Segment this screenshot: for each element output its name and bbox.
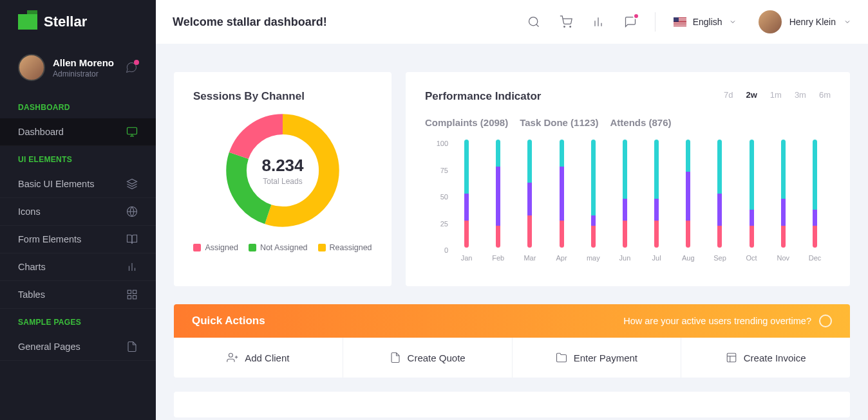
y-axis: 1007550250 [425,140,448,254]
nav-item-general[interactable]: General Pages [0,333,156,361]
page-title: Welcome stallar dashboard! [173,15,527,29]
bar-column: Apr [546,140,578,268]
monitor-icon [126,126,138,138]
perf-tab-attends[interactable]: Attends (876) [610,117,671,128]
bar-column: Jul [641,140,672,268]
y-tick: 0 [425,246,448,254]
perf-tab-task-done[interactable]: Task Done (1123) [520,117,598,128]
svg-point-23 [229,353,233,357]
range-tab-2w[interactable]: 2w [746,90,757,100]
bar-label: Aug [682,254,695,262]
create-quote-button[interactable]: Create Quote [343,338,513,378]
quick-actions-title: Quick Actions [192,315,265,327]
nav-label: General Pages [18,342,80,352]
notification-badge [633,13,639,19]
nav-label: Icons [18,206,41,217]
nav-item-tables[interactable]: Tables [0,281,156,309]
chart-icon[interactable] [592,15,605,28]
bar-column: Jun [609,140,641,268]
qa-label: Add Client [245,352,289,363]
quick-actions-card: Quick Actions How are your active users … [174,304,850,378]
bar-column: Feb [482,140,514,268]
user-name: Henry Klein [789,17,836,27]
bar-label: Feb [492,254,504,262]
bar-label: Mar [524,254,536,262]
enter-payment-button[interactable]: Enter Payment [513,338,682,378]
file-icon [126,341,138,352]
logo[interactable]: Stellar [0,0,156,44]
donut-value: 8.234 [261,156,303,176]
svg-point-13 [529,17,537,26]
y-tick: 50 [425,193,448,201]
profile-name: Allen Moreno [53,57,125,68]
flag-icon [674,17,686,26]
svg-point-15 [563,26,565,28]
profile-role: Administrator [53,69,125,78]
qa-label: Create Invoice [744,352,806,363]
chevron-down-icon [844,18,851,26]
cart-icon[interactable] [560,15,572,28]
bar-label: Dec [809,254,822,262]
sidebar: Stellar Allen Moreno Administrator DASHB… [0,0,156,420]
bar-label: Nov [777,254,790,262]
nav-item-basic-ui[interactable]: Basic UI Elements [0,170,156,198]
bar-column: Jan [451,140,482,268]
range-tab-6m[interactable]: 6m [819,90,831,100]
nav-heading-sample: SAMPLE PAGES [0,309,156,333]
bar-column: Aug [672,140,704,268]
profile-block: Allen Moreno Administrator [0,44,156,94]
svg-marker-3 [127,179,137,185]
bar-column: may [578,140,609,268]
bars-container: JanFebMarAprmayJunJulAugSepOctNovDec [451,140,831,268]
brand-name: Stellar [44,14,87,30]
chevron-down-icon [729,18,737,26]
nav-label: Basic UI Elements [18,179,94,189]
perf-tab-complaints[interactable]: Complaints (2098) [425,117,508,128]
y-tick: 100 [425,140,448,147]
range-tab-7d[interactable]: 7d [724,90,733,100]
language-label: English [693,17,722,27]
sessions-card: Sessions By Channel 8.234 Total Leads As… [174,72,392,286]
range-tab-1m[interactable]: 1m [770,90,782,100]
topbar: Welcome stallar dashboard! English Henry… [156,0,868,44]
bar-column: Dec [799,140,831,268]
user-menu[interactable]: Henry Klein [759,10,851,33]
message-icon[interactable] [624,15,637,28]
nav-item-dashboard[interactable]: Dashboard [0,118,156,146]
bar-label: Jul [652,254,661,262]
bar-chart: 1007550250 JanFebMarAprmayJunJulAugSepOc… [425,140,831,268]
create-invoice-button[interactable]: Create Invoice [681,338,850,378]
book-icon [126,233,138,245]
svg-line-14 [536,24,539,27]
divider [655,12,656,32]
user-avatar [759,10,782,33]
qa-label: Enter Payment [574,352,637,363]
nav-item-charts[interactable]: Charts [0,253,156,281]
sessions-title: Sessions By Channel [193,90,372,103]
layers-icon [126,178,138,190]
svg-rect-12 [133,296,137,299]
legend-label: Not Assigned [260,243,308,252]
bar-chart-icon [126,261,138,273]
bar-label: Apr [556,254,567,262]
add-client-button[interactable]: Add Client [174,338,343,378]
legend-label: Assigned [205,243,238,252]
quick-actions-header: Quick Actions How are your active users … [174,304,850,338]
bar-label: may [587,254,600,262]
search-icon[interactable] [527,15,540,28]
grid-icon [126,289,138,300]
bar-label: Jan [461,254,473,262]
language-selector[interactable]: English [674,17,737,27]
nav-item-icons[interactable]: Icons [0,198,156,226]
range-tab-3m[interactable]: 3m [795,90,806,100]
content: Sessions By Channel 8.234 Total Leads As… [156,44,868,420]
svg-rect-26 [727,353,736,362]
range-tabs: 7d2w1m3m6m [724,90,831,100]
chat-icon[interactable] [125,61,138,74]
y-tick: 75 [425,167,448,174]
nav-label: Tables [18,289,45,300]
nav-item-form[interactable]: Form Elements [0,226,156,253]
performance-title: Performance Indicator [425,90,541,103]
legend-swatch-not-assigned [249,244,256,251]
profile-avatar[interactable] [18,54,45,81]
